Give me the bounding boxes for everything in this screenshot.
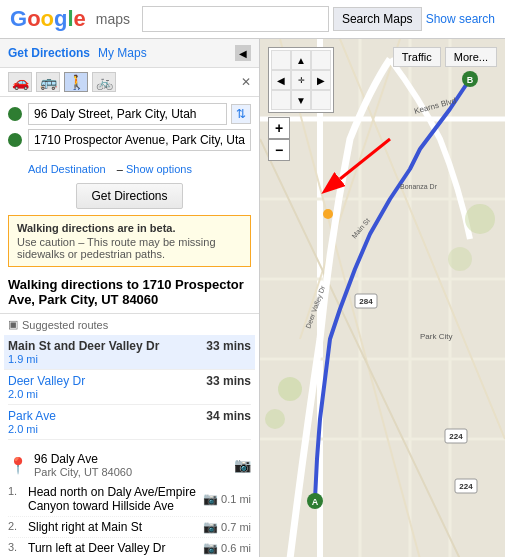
step-1: 1. Head north on Daly Ave/Empire Canyon … — [8, 482, 251, 517]
walk-mode-button[interactable]: 🚶 — [64, 72, 88, 92]
nav-empty-1 — [271, 50, 291, 70]
suggested-routes: ▣ Suggested routes Main St and Deer Vall… — [0, 314, 259, 444]
step-2-dist: 📷 0.7 mi — [203, 520, 251, 534]
svg-text:284: 284 — [359, 297, 373, 306]
pan-right-button[interactable]: ▶ — [311, 70, 331, 90]
search-button[interactable]: Search Maps — [333, 7, 422, 31]
google-logo: Google — [10, 6, 86, 32]
svg-text:224: 224 — [459, 482, 473, 491]
destination-row — [8, 129, 251, 151]
search-input[interactable] — [142, 6, 329, 32]
origin-pin-icon: 📍 — [8, 456, 28, 475]
suggested-routes-label: ▣ Suggested routes — [8, 318, 251, 331]
destination-input[interactable] — [28, 129, 251, 151]
svg-text:224: 224 — [449, 432, 463, 441]
step-1-camera-icon[interactable]: 📷 — [203, 492, 218, 506]
svg-point-32 — [278, 377, 302, 401]
map-panel[interactable]: Kearns Blvd Deer Valley Dr Main St Bonan… — [260, 39, 505, 557]
maps-wordmark: maps — [96, 11, 130, 27]
steps-section: 📍 96 Daly Ave Park City, UT 84060 📷 1. H… — [0, 444, 259, 557]
svg-point-31 — [323, 209, 333, 219]
directions-header: Get Directions My Maps ◀ — [0, 39, 259, 68]
pan-down-button[interactable]: ▼ — [291, 90, 311, 110]
origin-input[interactable] — [28, 103, 227, 125]
left-panel: Get Directions My Maps ◀ 🚗 🚌 🚶 🚲 ✕ ⇅ — [0, 39, 260, 557]
main-content: Get Directions My Maps ◀ 🚗 🚌 🚶 🚲 ✕ ⇅ — [0, 39, 505, 557]
transport-mode-bar: 🚗 🚌 🚶 🚲 ✕ — [0, 68, 259, 97]
route-inputs: ⇅ — [0, 97, 259, 161]
route-3-time: 34 mins — [206, 409, 251, 423]
svg-text:Bonanza Dr: Bonanza Dr — [400, 183, 438, 190]
route-2-distance: 2.0 mi — [8, 388, 251, 400]
route-3-name[interactable]: Park Ave — [8, 409, 56, 423]
route-links: Add Destination – Show options — [0, 161, 259, 177]
route-3-distance: 2.0 mi — [8, 423, 251, 435]
step-2: 2. Slight right at Main St 📷 0.7 mi — [8, 517, 251, 538]
route-2-name[interactable]: Deer Valley Dr — [8, 374, 85, 388]
map-navigation-controls: ▲ ◀ ✛ ▶ ▼ + − — [268, 47, 334, 161]
warning-title: Walking directions are in beta. — [17, 222, 242, 234]
street-view-camera-icon[interactable]: 📷 — [234, 457, 251, 473]
step-2-text: Slight right at Main St — [28, 520, 197, 534]
step-3-text: Turn left at Deer Valley Dr — [28, 541, 197, 555]
step-2-camera-icon[interactable]: 📷 — [203, 520, 218, 534]
origin-name: 96 Daly Ave — [34, 452, 132, 466]
pan-center-button[interactable]: ✛ — [291, 70, 311, 90]
more-button[interactable]: More... — [445, 47, 497, 67]
step-3-num: 3. — [8, 541, 22, 555]
step-1-num: 1. — [8, 485, 22, 513]
zoom-out-button[interactable]: − — [268, 139, 290, 161]
svg-text:A: A — [312, 497, 319, 507]
svg-text:Park City: Park City — [420, 332, 452, 341]
step-1-dist: 📷 0.1 mi — [203, 485, 251, 513]
pan-controls: ▲ ◀ ✛ ▶ ▼ — [268, 47, 334, 113]
origin-dot — [8, 107, 22, 121]
map-top-bar: Traffic More... — [393, 47, 497, 67]
close-directions-icon[interactable]: ✕ — [241, 75, 251, 89]
header: Google maps Search Maps Show search — [0, 0, 505, 39]
walking-directions-title: Walking directions to 1710 Prospector Av… — [0, 271, 259, 314]
get-directions-link[interactable]: Get Directions — [8, 46, 90, 60]
svg-point-34 — [465, 204, 495, 234]
nav-empty-2 — [311, 50, 331, 70]
route-option-1[interactable]: Main St and Deer Valley Dr 33 mins 1.9 m… — [4, 335, 255, 370]
route-1-distance: 1.9 mi — [8, 353, 251, 365]
warning-box: Walking directions are in beta. Use caut… — [8, 215, 251, 267]
my-maps-link[interactable]: My Maps — [98, 46, 147, 60]
collapse-button[interactable]: ◀ — [235, 45, 251, 61]
step-3-camera-icon[interactable]: 📷 — [203, 541, 218, 555]
route-option-2[interactable]: Deer Valley Dr 33 mins 2.0 mi — [8, 370, 251, 405]
zoom-in-button[interactable]: + — [268, 117, 290, 139]
svg-text:B: B — [467, 75, 474, 85]
step-3-dist: 📷 0.6 mi — [203, 541, 251, 555]
zoom-controls: + − — [268, 117, 334, 161]
show-search-button[interactable]: Show search — [426, 12, 495, 26]
bike-mode-button[interactable]: 🚲 — [92, 72, 116, 92]
nav-empty-4 — [311, 90, 331, 110]
car-mode-button[interactable]: 🚗 — [8, 72, 32, 92]
step-2-num: 2. — [8, 520, 22, 534]
route-1-name[interactable]: Main St and Deer Valley Dr — [8, 339, 159, 353]
svg-point-33 — [265, 409, 285, 429]
step-1-text: Head north on Daly Ave/Empire Canyon tow… — [28, 485, 197, 513]
route-2-time: 33 mins — [206, 374, 251, 388]
add-destination-link[interactable]: Add Destination — [28, 163, 106, 175]
destination-dot — [8, 133, 22, 147]
origin-location: 📍 96 Daly Ave Park City, UT 84060 📷 — [8, 448, 251, 482]
route-1-time: 33 mins — [206, 339, 251, 353]
origin-address: Park City, UT 84060 — [34, 466, 132, 478]
swap-button[interactable]: ⇅ — [231, 104, 251, 124]
warning-text: Use caution – This route may be missing … — [17, 236, 242, 260]
show-options-link[interactable]: Show options — [126, 163, 192, 175]
get-directions-button[interactable]: Get Directions — [76, 183, 182, 209]
traffic-button[interactable]: Traffic — [393, 47, 441, 67]
origin-row: ⇅ — [8, 103, 251, 125]
step-3: 3. Turn left at Deer Valley Dr 📷 0.6 mi — [8, 538, 251, 557]
pan-up-button[interactable]: ▲ — [291, 50, 311, 70]
pan-left-button[interactable]: ◀ — [271, 70, 291, 90]
route-option-3[interactable]: Park Ave 34 mins 2.0 mi — [8, 405, 251, 440]
nav-empty-3 — [271, 90, 291, 110]
transit-mode-button[interactable]: 🚌 — [36, 72, 60, 92]
svg-point-35 — [448, 247, 472, 271]
